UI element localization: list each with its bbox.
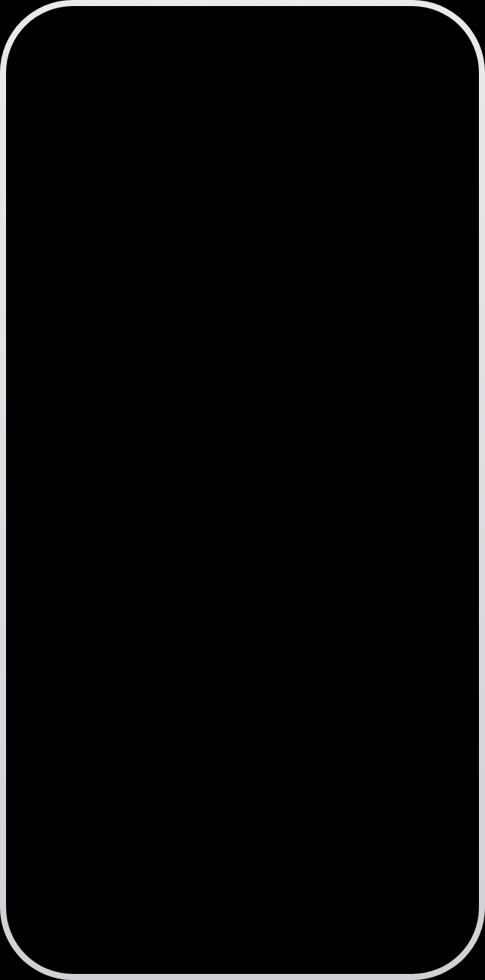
app-switcher-header-safari: Safari 浏览器 (108, 127, 246, 159)
url-bar[interactable]: 大小 大小 apple.com.cn (118, 738, 394, 774)
webpage-content: iPhone 13 Pro 强得很 进一步了解 购买 (108, 251, 405, 723)
front-camera (283, 27, 294, 38)
hero-links: 进一步了解 购买 (189, 342, 324, 360)
share-icon (246, 789, 267, 810)
ad-tag: ‹广告› (365, 195, 393, 209)
back-button[interactable] (133, 789, 154, 813)
phone-frame: Safari 浏览器 Mt Tamalpais Straw 索 Marin He… (0, 0, 485, 980)
place-title: 旧金山 (56, 629, 312, 658)
product-hero-image (150, 376, 362, 649)
tabs-button[interactable] (358, 789, 380, 813)
dock (41, 848, 444, 939)
map-label: Straw (97, 177, 122, 189)
map-label: Lobos Creek (41, 367, 97, 378)
phone-back-view (188, 376, 362, 649)
map-label: 索 (82, 245, 95, 264)
svg-rect-2 (361, 795, 373, 807)
map-canvas: Mt Tamalpais Straw 索 Marin Head Lobos Cr… (36, 170, 332, 806)
share-button[interactable] (246, 789, 267, 813)
svg-rect-0 (250, 799, 262, 808)
map-poi: Marin Head (46, 287, 108, 298)
app-card-maps[interactable]: Mt Tamalpais Straw 索 Marin Head Lobos Cr… (36, 170, 332, 806)
dock-icon (164, 864, 224, 923)
reload-button[interactable] (365, 746, 382, 766)
maps-app-icon (36, 127, 68, 159)
app-switcher-header-maps (36, 127, 68, 159)
chevron-left-icon (133, 789, 154, 810)
reload-icon (365, 746, 382, 763)
screen: Safari 浏览器 Mt Tamalpais Straw 索 Marin He… (18, 18, 467, 962)
app-switcher-label: Safari 浏览器 (147, 132, 246, 154)
tabs-icon (358, 789, 380, 810)
home-indicator[interactable] (174, 945, 311, 950)
buy-link[interactable]: 购买 (288, 342, 324, 360)
forward-button (189, 789, 211, 813)
shopping-bag-icon[interactable] (377, 227, 391, 242)
safari-toolbar (108, 783, 405, 819)
place-subtitle: 城市 · 加 (56, 661, 312, 679)
chip-row: 风景 (44, 766, 324, 806)
maps-place-sheet: 旧金山 城市 · 加 人口 👥 881 (44, 617, 324, 772)
text-size-button[interactable]: 大小 大小 (130, 746, 158, 766)
app-card-safari[interactable]: ‹广告› iPhone 13 Pro 强得很 进一步了解 购买 (108, 170, 405, 836)
menu-icon[interactable] (121, 228, 136, 239)
book-icon (302, 789, 323, 810)
learn-more-link[interactable]: 进一步了解 (189, 342, 265, 360)
bookmarks-button[interactable] (302, 789, 323, 813)
lock-icon (214, 752, 223, 763)
hero-subtitle: 强得很 (231, 308, 281, 331)
place-meta: 人口 👥 881 (56, 733, 312, 763)
chevron-right-icon (189, 789, 211, 810)
home-indicator (196, 826, 317, 830)
map-label: 金门国家游憩区 (41, 420, 110, 433)
url-domain: apple.com.cn (214, 748, 308, 764)
compass-icon (112, 132, 135, 154)
chip-scenic[interactable]: 风景 (44, 766, 102, 806)
dock-icon (261, 864, 321, 923)
secondary-hero-strip (108, 663, 405, 723)
dock-icon (358, 864, 418, 923)
map-label: Mt (47, 182, 58, 193)
wallpaper-blur (18, 18, 467, 962)
site-nav-bar (108, 215, 405, 251)
dock-icon (67, 864, 127, 923)
safari-app-icon (108, 127, 139, 159)
directions-button[interactable] (56, 689, 312, 724)
apple-logo-icon[interactable] (249, 223, 264, 244)
map-label: Tamalpais (39, 195, 84, 207)
hero-title: iPhone 13 Pro (160, 271, 352, 304)
apple-logo-icon (258, 569, 293, 649)
directions-icon (174, 697, 194, 716)
notch (159, 18, 326, 47)
phone-side-view (150, 363, 182, 663)
